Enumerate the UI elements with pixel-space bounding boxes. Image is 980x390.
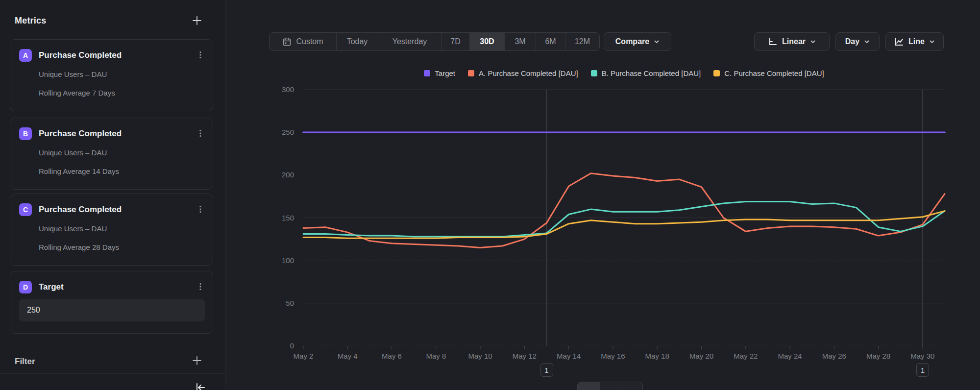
- kebab-icon: [196, 50, 205, 59]
- metric-menu-button[interactable]: [194, 127, 207, 140]
- kebab-icon: [196, 129, 205, 138]
- metric-measure: Unique Users – DAU: [39, 70, 107, 78]
- y-tick-label: 200: [282, 171, 294, 179]
- display-mode-table[interactable]: [621, 382, 642, 390]
- x-tick-label: May 4: [338, 352, 358, 360]
- display-mode-chart[interactable]: [578, 382, 599, 390]
- metric-badge: A: [19, 49, 32, 62]
- add-filter-button[interactable]: [191, 355, 203, 367]
- y-tick-label: 0: [290, 341, 294, 350]
- annotation-badge[interactable]: 1: [540, 363, 553, 377]
- x-tick-label: May 22: [734, 352, 758, 360]
- sidebar-title: Metrics: [15, 16, 46, 26]
- sidebar-divider: [0, 373, 225, 374]
- metric-menu-button[interactable]: [194, 203, 207, 216]
- x-tick-label: May 2: [294, 352, 314, 360]
- metric-badge: B: [19, 127, 32, 140]
- y-tick-label: 150: [282, 214, 294, 222]
- x-tick-label: May 24: [778, 352, 802, 360]
- line-chart[interactable]: 050100150200250300May 2May 4May 6May 8Ma…: [225, 0, 980, 390]
- collapse-left-icon: [194, 381, 207, 390]
- target-title: Target: [39, 282, 64, 292]
- y-tick-label: 300: [282, 85, 294, 94]
- metric-card-b[interactable]: B Purchase Completed Unique Users – DAU …: [10, 118, 213, 190]
- series-line-3: [303, 211, 945, 239]
- x-tick-label: May 20: [689, 352, 713, 360]
- x-tick-label: May 12: [513, 352, 537, 360]
- x-tick-label: May 18: [645, 352, 669, 360]
- add-metric-button[interactable]: [191, 15, 203, 27]
- x-tick-label: May 28: [866, 352, 890, 360]
- x-tick-label: May 30: [910, 352, 934, 360]
- x-tick-label: May 10: [468, 352, 492, 360]
- display-mode-control: [577, 382, 643, 390]
- target-menu-button[interactable]: [194, 280, 207, 293]
- y-tick-label: 100: [282, 256, 294, 265]
- x-tick-label: May 14: [557, 352, 581, 360]
- metric-transform: Rolling Average 14 Days: [39, 167, 119, 175]
- target-value-input[interactable]: [19, 299, 205, 321]
- metric-badge: C: [19, 203, 32, 216]
- kebab-icon: [196, 205, 205, 214]
- y-tick-label: 50: [286, 299, 294, 307]
- collapse-sidebar-button[interactable]: [194, 382, 207, 390]
- plus-icon: [192, 355, 202, 367]
- metric-transform: Rolling Average 28 Days: [39, 243, 119, 251]
- metrics-dashboard: Metrics A Purchase Completed Unique User…: [0, 0, 980, 390]
- metric-menu-button[interactable]: [194, 49, 207, 61]
- metric-measure: Unique Users – DAU: [39, 148, 107, 157]
- sidebar: Metrics A Purchase Completed Unique User…: [0, 0, 225, 390]
- x-tick-label: May 6: [382, 352, 402, 360]
- metric-card-a[interactable]: A Purchase Completed Unique Users – DAU …: [10, 39, 213, 111]
- x-tick-label: May 16: [601, 352, 625, 360]
- plus-icon: [192, 15, 202, 27]
- metric-transform: Rolling Average 7 Days: [39, 89, 115, 97]
- chart-panel: Custom Today Yesterday 7D 30D 3M 6M 12M …: [225, 0, 980, 390]
- metric-title: Purchase Completed: [39, 129, 122, 139]
- filter-section-title: Filter: [15, 357, 35, 366]
- x-tick-label: May 8: [426, 352, 446, 360]
- x-tick-label: May 26: [822, 352, 846, 360]
- metric-badge: D: [19, 281, 32, 293]
- metric-card-c[interactable]: C Purchase Completed Unique Users – DAU …: [10, 194, 213, 266]
- y-tick-label: 250: [282, 128, 294, 136]
- metric-measure: Unique Users – DAU: [39, 224, 107, 233]
- annotation-badge[interactable]: 1: [916, 363, 929, 377]
- metric-title: Purchase Completed: [39, 205, 122, 215]
- target-card[interactable]: D Target: [10, 271, 213, 334]
- metric-title: Purchase Completed: [39, 50, 122, 60]
- display-mode-split[interactable]: [599, 382, 621, 390]
- kebab-icon: [196, 282, 205, 291]
- series-line-2: [303, 201, 945, 237]
